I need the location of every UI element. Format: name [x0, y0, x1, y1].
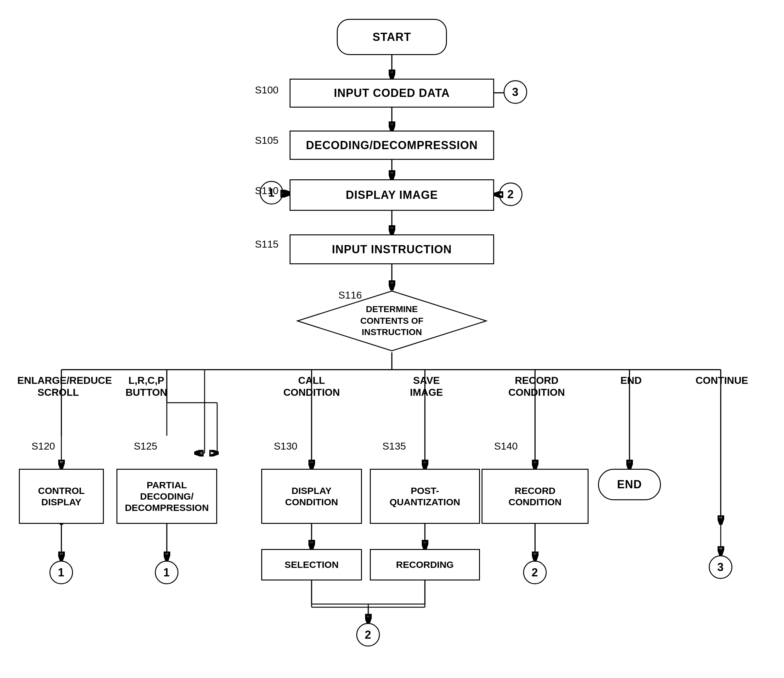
s100-node: INPUT CODED DATA	[290, 79, 494, 107]
step-s125-label: S125	[134, 440, 157, 452]
connector-3-bottom: 3	[709, 555, 733, 579]
connector-1-bottom-right: 1	[155, 561, 178, 584]
s140-node: RECORDCONDITION	[482, 469, 589, 524]
s136-label: RECORDING	[396, 559, 454, 571]
s140-label: RECORDCONDITION	[509, 485, 561, 508]
s136-node: RECORDING	[370, 549, 480, 580]
step-s130-label: S130	[274, 440, 298, 452]
s110-label: DISPLAY IMAGE	[346, 188, 438, 202]
s125-node: PARTIALDECODING/DECOMPRESSION	[117, 469, 217, 524]
branch-record-condition: RECORDCONDITION	[497, 375, 576, 399]
connector-2-top: 2	[499, 182, 522, 206]
s125-label: PARTIALDECODING/DECOMPRESSION	[125, 479, 209, 513]
step-s105-label: S105	[255, 135, 279, 146]
step-s135-label: S135	[382, 440, 406, 452]
s130-label: DISPLAYCONDITION	[285, 485, 338, 508]
branch-call-condition: CALLCONDITION	[277, 375, 346, 399]
s105-label: DECODING/DECOMPRESSION	[306, 138, 478, 152]
s131-node: SELECTION	[261, 549, 362, 580]
branch-enlarge: ENLARGE/REDUCESCROLL	[17, 375, 99, 399]
branch-lrcpbutton: L,R,C,PBUTTON	[115, 375, 178, 399]
s115-label: INPUT INSTRUCTION	[332, 243, 452, 256]
start-node: START	[337, 19, 447, 55]
step-s110-label: S110	[255, 185, 279, 197]
s135-node: POST-QUANTIZATION	[370, 469, 480, 524]
branch-continue: CONTINUE	[695, 375, 746, 386]
s120-node: CONTROLDISPLAY	[19, 469, 104, 524]
end-label: END	[617, 477, 642, 491]
s100-label: INPUT CODED DATA	[334, 86, 450, 100]
branch-save-image: SAVEIMAGE	[395, 375, 458, 399]
connector-1-bottom-left: 1	[50, 561, 73, 584]
s131-label: SELECTION	[285, 559, 339, 571]
step-s140-label: S140	[494, 440, 518, 452]
connector-2-bottom-right: 2	[523, 561, 547, 584]
connector-3-top: 3	[503, 80, 527, 104]
s120-label: CONTROLDISPLAY	[38, 485, 85, 508]
branch-end: END	[611, 375, 652, 386]
step-s120-label: S120	[31, 440, 55, 452]
s110-node: DISPLAY IMAGE	[290, 179, 494, 211]
step-s100-label: S100	[255, 84, 279, 96]
connector-2-bottom-center: 2	[356, 623, 380, 647]
s116-label: DETERMINECONTENTS OFINSTRUCTION	[360, 303, 424, 338]
end-node: END	[598, 469, 661, 500]
flowchart: START 3 S100 INPUT CODED DATA S105 DECOD…	[0, 0, 784, 678]
s116-diamond: DETERMINECONTENTS OFINSTRUCTION	[296, 289, 488, 352]
s130-node: DISPLAYCONDITION	[261, 469, 362, 524]
start-label: START	[373, 30, 411, 44]
s105-node: DECODING/DECOMPRESSION	[290, 131, 494, 160]
step-s115-label: S115	[255, 238, 279, 250]
connector-2-top-label: 2	[507, 188, 514, 201]
s115-node: INPUT INSTRUCTION	[290, 235, 494, 264]
s135-label: POST-QUANTIZATION	[390, 485, 460, 508]
connector-3-top-label: 3	[512, 85, 519, 99]
